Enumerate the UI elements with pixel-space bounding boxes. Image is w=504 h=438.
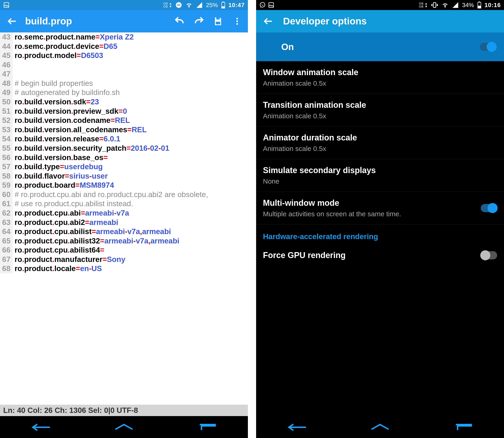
code-content[interactable]: ro.build.version.security_patch=2016-02-… xyxy=(13,144,248,153)
svg-rect-5 xyxy=(222,7,225,8)
master-toggle[interactable] xyxy=(480,43,496,51)
code-line[interactable]: 48# begin build properties xyxy=(0,79,248,88)
master-toggle-row[interactable]: On xyxy=(256,33,504,61)
line-number: 68 xyxy=(0,264,13,273)
code-content[interactable]: ro.product.cpu.abi=armeabi-v7a xyxy=(13,208,248,218)
line-number: 49 xyxy=(0,88,13,97)
settings-row[interactable]: Window animation scale Animation scale 0… xyxy=(256,61,504,94)
code-line[interactable]: 53ro.build.version.all_codenames=REL xyxy=(0,125,248,134)
master-toggle-label: On xyxy=(281,42,294,52)
code-line[interactable]: 68ro.product.locale=en-US xyxy=(0,264,248,273)
code-line[interactable]: 50ro.build.version.sdk=23 xyxy=(0,97,248,107)
settings-row[interactable]: Multi-window mode Multiple activities on… xyxy=(256,192,504,224)
code-line[interactable]: 60# ro.product.cpu.abi and ro.product.cp… xyxy=(0,190,248,199)
code-line[interactable]: 62ro.product.cpu.abi=armeabi-v7a xyxy=(0,208,248,218)
code-content[interactable]: ro.product.cpu.abilist=armeabi-v7a,armea… xyxy=(13,227,248,236)
code-line[interactable]: 52ro.build.version.codename=REL xyxy=(0,116,248,125)
settings-list[interactable]: Window animation scale Animation scale 0… xyxy=(256,61,504,416)
code-content[interactable]: ro.build.version.preview_sdk=0 xyxy=(13,107,248,116)
line-number: 61 xyxy=(0,199,13,208)
wifi-icon xyxy=(441,1,449,9)
code-content[interactable] xyxy=(13,60,248,70)
code-line[interactable]: 47 xyxy=(0,69,248,79)
code-line[interactable]: 61# use ro.product.cpu.abilist instead. xyxy=(0,199,248,208)
settings-row-title: Window animation scale xyxy=(263,68,497,77)
line-number: 43 xyxy=(0,33,13,42)
code-line[interactable]: 64ro.product.cpu.abilist=armeabi-v7a,arm… xyxy=(0,227,248,236)
nav-recent[interactable] xyxy=(196,422,217,433)
settings-row-title: Force GPU rendering xyxy=(263,251,481,260)
code-content[interactable]: # autogenerated by buildinfo.sh xyxy=(13,88,248,97)
nav-home[interactable] xyxy=(114,422,134,433)
line-number: 56 xyxy=(0,153,13,162)
code-content[interactable]: ro.product.locale=en-US xyxy=(13,264,248,273)
code-line[interactable]: 43ro.semc.product.name=Xperia Z2 xyxy=(0,33,248,42)
nav-back[interactable] xyxy=(287,422,308,433)
undo-button[interactable] xyxy=(173,15,186,27)
code-line[interactable]: 65ro.product.cpu.abilist32=armeabi-v7a,a… xyxy=(0,236,248,246)
code-content[interactable]: ro.product.cpu.abilist64= xyxy=(13,245,248,255)
code-line[interactable]: 45ro.product.model=D6503 xyxy=(0,51,248,60)
code-line[interactable]: 46 xyxy=(0,60,248,70)
nav-recent[interactable] xyxy=(452,422,473,433)
code-line[interactable]: 49# autogenerated by buildinfo.sh xyxy=(0,88,248,97)
redo-button[interactable] xyxy=(193,15,205,27)
nav-home[interactable] xyxy=(370,422,390,433)
code-content[interactable]: # ro.product.cpu.abi and ro.product.cpu.… xyxy=(13,190,248,199)
svg-point-10 xyxy=(260,2,265,7)
code-content[interactable]: ro.semc.product.name=Xperia Z2 xyxy=(13,33,248,42)
code-content[interactable]: ro.product.manufacturer=Sony xyxy=(13,255,248,264)
image-icon xyxy=(3,2,10,8)
code-content[interactable]: ro.build.version.release=6.0.1 xyxy=(13,134,248,144)
code-content[interactable]: ro.product.model=D6503 xyxy=(13,51,248,60)
code-line[interactable]: 58ro.build.flavor=sirius-user xyxy=(0,172,248,181)
overflow-menu-button[interactable] xyxy=(231,15,243,27)
code-line[interactable]: 57ro.build.type=userdebug xyxy=(0,162,248,172)
code-content[interactable]: ro.build.version.sdk=23 xyxy=(13,97,248,107)
code-line[interactable]: 66ro.product.cpu.abilist64= xyxy=(0,245,248,255)
code-line[interactable]: 56ro.build.version.base_os= xyxy=(0,153,248,162)
code-content[interactable] xyxy=(13,69,248,79)
code-content[interactable]: ro.product.cpu.abilist32=armeabi-v7a,arm… xyxy=(13,236,248,246)
settings-row[interactable]: Force GPU rendering xyxy=(256,244,504,266)
svg-rect-14 xyxy=(479,2,480,2)
settings-row[interactable]: Animator duration scale Animation scale … xyxy=(256,127,504,159)
line-number: 44 xyxy=(0,42,13,51)
back-button[interactable] xyxy=(262,15,274,27)
nav-back[interactable] xyxy=(31,422,52,433)
code-content[interactable]: ro.build.version.codename=REL xyxy=(13,116,248,125)
vibrate-icon xyxy=(431,1,438,9)
code-content[interactable]: ro.build.type=userdebug xyxy=(13,162,248,172)
system-navbar xyxy=(0,416,248,438)
code-line[interactable]: 44ro.semc.product.device=D65 xyxy=(0,42,248,51)
save-button[interactable] xyxy=(212,15,224,27)
code-line[interactable]: 67ro.product.manufacturer=Sony xyxy=(0,255,248,264)
phone-editor: OB ▲OB ▼ 25% 10:47 build.prop 43ro.semc.… xyxy=(0,0,248,438)
code-content[interactable]: ro.semc.product.device=D65 xyxy=(13,42,248,51)
battery-icon xyxy=(221,2,225,9)
settings-toggle[interactable] xyxy=(481,251,497,259)
svg-rect-0 xyxy=(4,3,9,8)
code-content[interactable]: ro.build.version.all_codenames=REL xyxy=(13,125,248,134)
code-editor[interactable]: 43ro.semc.product.name=Xperia Z244ro.sem… xyxy=(0,33,248,405)
page-title: Developer options xyxy=(283,16,367,27)
code-content[interactable]: # begin build properties xyxy=(13,79,248,88)
line-number: 62 xyxy=(0,208,13,218)
settings-row[interactable]: Simulate secondary displays None xyxy=(256,159,504,192)
phone-settings: OB ▲OB ▼ 34% 10:16 Developer options On … xyxy=(256,0,504,438)
settings-toggle[interactable] xyxy=(481,204,497,212)
code-line[interactable]: 54ro.build.version.release=6.0.1 xyxy=(0,134,248,144)
code-content[interactable]: ro.build.flavor=sirius-user xyxy=(13,172,248,181)
svg-rect-6 xyxy=(216,22,220,24)
code-line[interactable]: 59ro.product.board=MSM8974 xyxy=(0,181,248,190)
code-content[interactable]: ro.product.cpu.abi2=armeabi xyxy=(13,218,248,227)
code-content[interactable]: # use ro.product.cpu.abilist instead. xyxy=(13,199,248,208)
code-line[interactable]: 55ro.build.version.security_patch=2016-0… xyxy=(0,144,248,153)
back-button[interactable] xyxy=(6,15,18,27)
code-content[interactable]: ro.product.board=MSM8974 xyxy=(13,181,248,190)
svg-rect-15 xyxy=(478,6,481,8)
settings-row[interactable]: Transition animation scale Animation sca… xyxy=(256,94,504,127)
code-content[interactable]: ro.build.version.base_os= xyxy=(13,153,248,162)
code-line[interactable]: 63ro.product.cpu.abi2=armeabi xyxy=(0,218,248,227)
code-line[interactable]: 51ro.build.version.preview_sdk=0 xyxy=(0,107,248,116)
